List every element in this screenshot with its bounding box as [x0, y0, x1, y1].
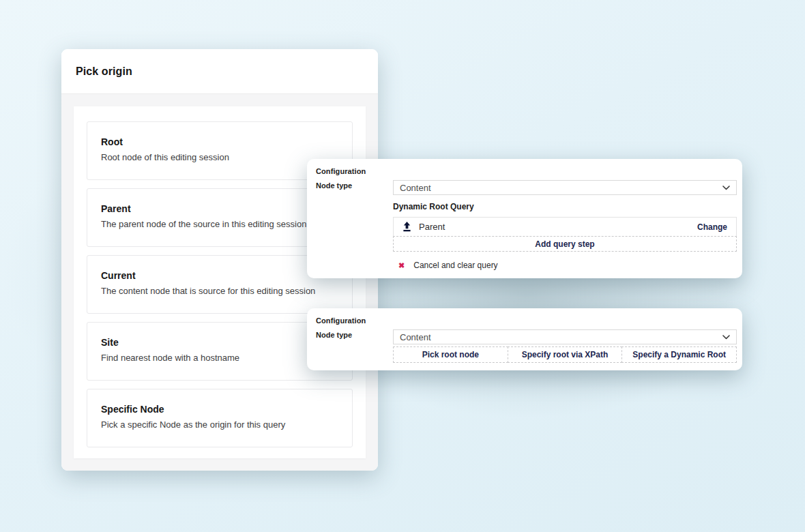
close-icon: ✖: [398, 262, 405, 269]
node-type-label: Node type: [307, 329, 393, 363]
option-title: Root: [101, 136, 338, 147]
root-picker-button-row: Pick root node Specify root via XPath Sp…: [393, 346, 737, 363]
origin-option-specific-node[interactable]: Specific Node Pick a specific Node as th…: [87, 389, 353, 447]
option-description: Find nearest node with a hostname: [101, 353, 338, 363]
node-type-select[interactable]: Content: [393, 180, 737, 195]
query-origin-label: Parent: [419, 222, 445, 232]
option-description: The content node that is source for this…: [101, 286, 338, 296]
option-title: Site: [101, 337, 338, 348]
dialog-title: Pick origin: [76, 65, 132, 78]
origin-upload-icon: [402, 222, 411, 232]
option-description: The parent node of the source in this ed…: [101, 219, 338, 229]
option-title: Specific Node: [101, 404, 338, 415]
configuration-panel-dynamic-root: Configuration Node type Content Dynamic …: [307, 159, 742, 278]
cancel-and-clear-query-button[interactable]: ✖ Cancel and clear query: [393, 261, 737, 270]
node-type-select[interactable]: Content: [393, 329, 737, 344]
backoffice-canvas: Pick origin Root Root node of this editi…: [0, 0, 805, 532]
option-title: Parent: [101, 203, 338, 214]
node-type-selected-value: Content: [400, 332, 431, 342]
change-origin-button[interactable]: Change: [697, 222, 727, 232]
option-title: Current: [101, 270, 338, 281]
cancel-label: Cancel and clear query: [413, 261, 497, 270]
node-type-label: Node type: [307, 180, 393, 270]
specify-dynamic-root-button[interactable]: Specify a Dynamic Root: [621, 346, 737, 363]
specify-root-via-xpath-button[interactable]: Specify root via XPath: [508, 346, 623, 363]
dialog-body: Root Root node of this editing session P…: [61, 94, 378, 471]
chevron-down-icon: [722, 186, 730, 190]
configuration-panel-root-pickers: Configuration Node type Content Pick roo…: [307, 308, 742, 370]
dynamic-root-query-heading: Dynamic Root Query: [393, 202, 737, 211]
section-label: Configuration: [307, 159, 742, 175]
dialog-header: Pick origin: [61, 49, 378, 94]
query-origin-step: Parent Change: [393, 217, 737, 237]
option-description: Root node of this editing session: [101, 152, 338, 162]
chevron-down-icon: [722, 335, 730, 340]
section-label: Configuration: [307, 308, 742, 325]
add-query-step-button[interactable]: Add query step: [393, 236, 737, 252]
pick-root-node-button[interactable]: Pick root node: [393, 346, 508, 363]
node-type-selected-value: Content: [400, 183, 431, 193]
option-description: Pick a specific Node as the origin for t…: [101, 419, 338, 430]
